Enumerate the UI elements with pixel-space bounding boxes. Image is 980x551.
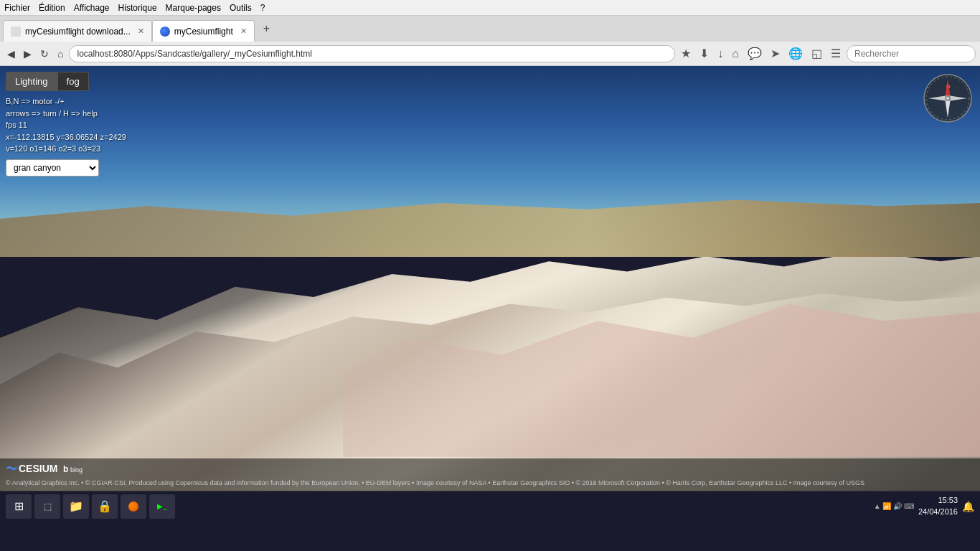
svg-point-7 [946,97,949,100]
download-icon[interactable]: ⬇ [697,45,712,62]
taskbar: ⊞ ⬚ 📁 🔒 ▶_ ▲ 📶 🔊 ⌨ 15:53 24/04/2016 🔔 [0,491,980,521]
attribution-bar: 〜 CESIUM b bing © Analytical Graphics In… [0,458,980,491]
forward-button[interactable]: ▶ [21,47,34,61]
back-button[interactable]: ◀ [4,47,18,61]
lighting-button[interactable]: Lighting [6,72,57,91]
tab-favicon-cesium [160,27,170,37]
system-tray: ▲ 📶 🔊 ⌨ 15:53 24/04/2016 🔔 [874,495,974,517]
send-icon[interactable]: ➤ [768,45,783,62]
home-icon[interactable]: ⌂ [729,46,742,62]
svg-text:b: b [63,464,68,474]
start-button[interactable]: ⊞ [6,494,32,519]
refresh-button[interactable]: ↻ [37,47,52,61]
new-tab-button[interactable]: + [258,19,275,38]
tab-bar: myCesiumflight download... ✕ myCesiumfli… [0,16,980,42]
menu-edition[interactable]: Édition [39,3,65,13]
tab-cesiumflight-download[interactable]: myCesiumflight download... ✕ [3,20,152,42]
cesium-logo: 〜 CESIUM [6,461,57,477]
terminal-button[interactable]: ▶_ [149,494,175,519]
tab-cesiumflight[interactable]: myCesiumflight ✕ [152,20,255,42]
clock: 15:53 24/04/2016 [918,495,958,517]
sync-icon[interactable]: ↓ [715,46,726,62]
info-line2: arrows => turn / H => help [6,108,126,120]
tab-favicon-loading [11,27,21,37]
svg-text:N: N [946,83,951,90]
menu-fichier[interactable]: Fichier [4,3,30,13]
info-line3: fps 11 [6,119,126,131]
clock-date: 24/04/2016 [918,507,958,517]
search-input[interactable] [847,45,976,62]
menu-bar: Fichier Édition Affichage Historique Mar… [0,0,980,16]
menu-historique[interactable]: Historique [118,3,157,13]
address-bar: ◀ ▶ ↻ ⌂ ★ ⬇ ↓ ⌂ 💬 ➤ 🌐 ◱ ☰ [0,42,980,66]
info-line1: B,N => motor -/+ [6,95,126,108]
toolbar-icons: ★ ⬇ ↓ ⌂ 💬 ➤ 🌐 ◱ ☰ [678,45,844,62]
pocket-icon[interactable]: ◱ [809,45,825,62]
bookmark-icon[interactable]: ★ [678,45,694,62]
firefox-icon [128,501,138,512]
tab-label-1: myCesiumflight download... [25,27,131,37]
menu-icon[interactable]: ☰ [828,45,844,62]
menu-marquepages[interactable]: Marque-pages [166,3,221,13]
menu-help[interactable]: ? [260,3,265,13]
info-overlay: B,N => motor -/+ arrows => turn / H => h… [6,95,126,155]
menu-affichage[interactable]: Affichage [74,3,110,13]
attribution-text: © Analytical Graphics Inc. • © CGIAR-CSI… [6,479,974,488]
task-view-button[interactable]: ⬚ [34,494,60,519]
cesium-wave-icon: 〜 [6,461,17,477]
tab-label-2: myCesiumflight [174,27,233,37]
clock-time: 15:53 [918,495,958,506]
translate-icon[interactable]: 🌐 [786,45,806,62]
bing-logo: b bing [62,463,90,475]
address-input[interactable] [69,45,675,62]
menu-outils[interactable]: Outils [230,3,252,13]
security-button[interactable]: 🔒 [92,494,118,519]
info-line4: x=-112.13815 y=36.06524 z=2429 [6,131,126,143]
fog-button[interactable]: fog [57,72,89,91]
svg-text:bing: bing [70,466,83,474]
notification-button[interactable]: 🔔 [962,501,974,512]
tab-close-2[interactable]: ✕ [240,27,247,36]
attribution-logos: 〜 CESIUM b bing [6,461,974,477]
file-explorer-button[interactable]: 📁 [63,494,89,519]
lighting-fog-group: Lighting fog [6,72,126,91]
compass-widget[interactable]: N [923,73,973,123]
tab-close-1[interactable]: ✕ [138,27,144,36]
home-button[interactable]: ⌂ [55,47,66,61]
tray-icons: ▲ 📶 🔊 ⌨ [874,502,914,510]
location-select[interactable]: gran canyon yosemite mount everest [6,159,99,176]
cesium-logo-text: CESIUM [19,462,57,476]
info-line5: v=120 o1=146 o2=3 o3=23 [6,143,126,155]
chat-icon[interactable]: 💬 [745,45,765,62]
controls-overlay: Lighting fog B,N => motor -/+ arrows => … [6,72,126,176]
cesium-viewer[interactable]: Lighting fog B,N => motor -/+ arrows => … [0,66,980,491]
firefox-button[interactable] [121,494,146,519]
